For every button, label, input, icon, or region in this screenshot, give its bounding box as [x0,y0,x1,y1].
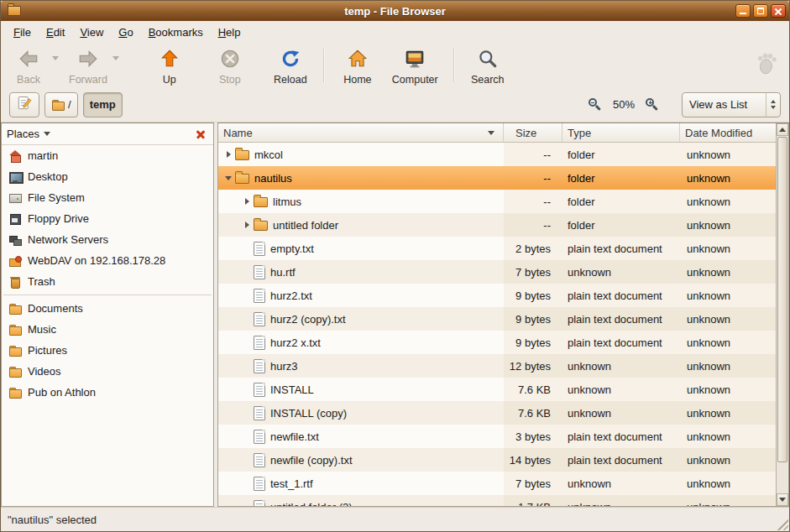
menu-help[interactable]: Help [211,23,249,42]
text-file-icon [254,265,265,279]
forward-button[interactable]: Forward [65,46,111,87]
menu-view[interactable]: View [72,23,111,42]
folder-icon [235,150,249,160]
sidebar-title[interactable]: Places [7,128,39,140]
sidebar-item-music[interactable]: Music [2,319,213,340]
folder-icon [235,174,249,184]
file-row-nautilus-selected[interactable]: nautilus -- folder unknown [218,166,776,190]
sidebar-item-webdav[interactable]: WebDAV on 192.168.178.28 [2,250,213,271]
sidebar-item-pictures[interactable]: Pictures [2,340,213,361]
text-file-icon [254,242,265,256]
expander-icon[interactable] [222,151,235,158]
file-row-install[interactable]: INSTALL 7.6 KB unknown unknown [218,378,776,401]
webdav-icon [8,254,22,268]
text-file-icon [254,406,265,420]
file-browser-window: temp - File Browser File Edit View Go Bo… [0,0,790,532]
sidebar-item-trash[interactable]: Trash [2,271,213,292]
text-file-icon [254,359,265,373]
menu-file[interactable]: File [6,23,39,42]
edit-location-icon [16,95,33,114]
search-button[interactable]: Search [467,46,509,87]
file-row-hurz2-txt[interactable]: hurz2.txt 9 bytes plain text document un… [218,284,776,307]
scroll-up-button[interactable] [777,123,788,136]
file-row-newfile-txt[interactable]: newfile.txt 3 bytes plain text document … [218,425,776,448]
scroll-down-button[interactable] [777,493,788,506]
home-icon [8,149,22,163]
menu-go[interactable]: Go [111,23,140,42]
expander-icon[interactable] [240,222,254,228]
scrollbar-thumb[interactable] [777,137,787,462]
file-row-hu-rtf[interactable]: hu.rtf 7 bytes unknown unknown [218,260,776,284]
file-row-newfile-copy-txt[interactable]: newfile (copy).txt 14 bytes plain text d… [218,448,776,472]
reload-button[interactable]: Reload [269,46,311,87]
trash-icon [8,275,22,289]
sidebar-separator [3,295,212,295]
file-row-untitled-folder-2[interactable]: untitled folder (2) 1.7 KB unknown unkno… [218,495,776,506]
text-file-icon [254,289,265,303]
view-mode-selector[interactable]: View as List [682,92,781,117]
file-row-empty-txt[interactable]: empty.txt 2 bytes plain text document un… [218,237,776,260]
menu-bookmarks[interactable]: Bookmarks [141,23,211,42]
sidebar-item-videos[interactable]: Videos [2,361,213,382]
minimize-button[interactable] [735,4,751,18]
resize-grip[interactable] [776,518,788,530]
text-file-icon [254,336,265,350]
sidebar-item-desktop[interactable]: Desktop [2,166,213,187]
up-button[interactable]: Up [149,46,191,87]
column-header-name[interactable]: Name [218,123,504,142]
edit-location-button[interactable] [9,92,39,117]
sort-arrow-icon [488,131,494,135]
zoom-in-button[interactable] [643,95,662,115]
folder-icon [254,197,268,207]
file-list-pane: Name Size Type Date Modified mkcol -- fo… [217,123,789,507]
stop-icon [219,48,241,73]
computer-button[interactable]: Computer [389,46,442,87]
status-text: "nautilus" selected [8,514,97,526]
sidebar-item-network[interactable]: Network Servers [2,229,213,250]
scrollbar-track[interactable] [777,136,788,493]
folder-icon [8,323,22,336]
zoom-out-button[interactable] [586,95,604,115]
status-bar: "nautilus" selected [1,507,789,531]
path-button-root[interactable]: / [44,92,78,117]
home-button[interactable]: Home [337,46,379,87]
text-file-icon [254,383,265,397]
network-icon [8,233,22,247]
title-bar[interactable]: temp - File Browser [1,1,789,21]
expander-icon[interactable] [222,176,235,180]
vertical-scrollbar[interactable] [776,123,788,506]
back-button[interactable]: Back [8,46,50,87]
sidebar-item-documents[interactable]: Documents [2,298,213,319]
sidebar-item-filesystem[interactable]: File System [2,187,213,208]
column-header-size[interactable]: Size [504,123,562,142]
stop-button[interactable]: Stop [209,46,251,87]
sidebar-item-pub[interactable]: Pub on Athlon [2,382,213,403]
forward-history-dropdown[interactable] [111,46,122,60]
up-arrow-icon [159,48,180,73]
file-row-mkcol[interactable]: mkcol -- folder unknown [218,143,776,166]
path-button-temp[interactable]: temp [83,92,123,117]
column-header-date-modified[interactable]: Date Modified [680,123,776,142]
file-row-hurz2-copy-txt[interactable]: hurz2 (copy).txt 9 bytes plain text docu… [218,307,776,331]
file-row-test-1-rtf[interactable]: test_1.rtf 7 bytes unknown unknown [218,472,776,495]
maximize-button[interactable] [753,4,768,18]
folder-icon [8,365,22,378]
text-file-icon [254,430,265,444]
chevron-down-icon[interactable] [44,132,50,136]
close-button[interactable] [771,4,786,18]
file-row-hurz2-x-txt[interactable]: hurz2 x.txt 9 bytes plain text document … [218,331,776,354]
sidebar-item-floppy[interactable]: Floppy Drive [2,208,213,229]
file-row-litmus[interactable]: litmus -- folder unknown [218,190,776,213]
sidebar-close-icon[interactable] [193,127,208,142]
file-row-install-copy[interactable]: INSTALL (copy) 7.6 KB unknown unknown [218,401,776,425]
expander-icon[interactable] [240,198,254,205]
folder-icon [8,302,22,316]
folder-icon [51,98,65,112]
menu-edit[interactable]: Edit [39,23,72,42]
sidebar-item-home[interactable]: martin [2,145,213,166]
folder-icon [8,344,22,357]
back-history-dropdown[interactable] [50,46,60,60]
column-header-type[interactable]: Type [562,123,680,142]
file-row-untitled-folder[interactable]: untitled folder -- folder unknown [218,213,776,237]
file-row-hurz3[interactable]: hurz3 12 bytes unknown unknown [218,354,776,378]
